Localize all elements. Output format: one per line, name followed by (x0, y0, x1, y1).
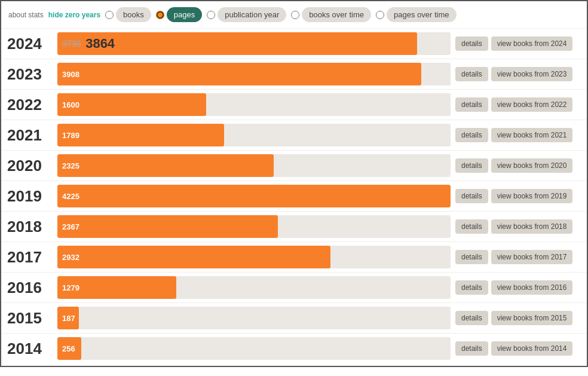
bar-value-2021: 1789 (62, 131, 79, 140)
year-label-2023: 2023 (7, 65, 53, 84)
view-books-button-2018[interactable]: view books from 2018 (491, 219, 573, 234)
year-label-2024: 2024 (7, 35, 53, 53)
pages-radio-group[interactable]: pages (156, 7, 202, 22)
bar-area-2017: 2932 (57, 246, 451, 268)
strikethrough-value: 3730 (62, 39, 81, 48)
details-button-2014[interactable]: details (455, 341, 488, 356)
action-btns-2024: detailsview books from 2024 (455, 36, 581, 51)
pub-year-radio-group[interactable]: publication year (207, 7, 286, 22)
bar-area-2021: 1789 (57, 124, 451, 146)
action-btns-2023: detailsview books from 2023 (455, 67, 581, 81)
details-button-2016[interactable]: details (455, 280, 488, 295)
about-stats-link[interactable]: about stats (8, 11, 44, 19)
bar-value-2016: 1279 (62, 283, 79, 292)
year-row: 20221600detailsview books from 2022 (1, 90, 587, 120)
action-btns-2020: detailsview books from 2020 (455, 158, 581, 173)
bar-value-2022: 1600 (62, 100, 79, 109)
books-radio-group[interactable]: books (105, 7, 151, 22)
details-button-2022[interactable]: details (455, 97, 488, 112)
bar-area-2015: 187 (57, 307, 451, 329)
bar-value-2019: 4225 (62, 192, 79, 201)
bar-area-2022: 1600 (57, 93, 451, 116)
details-button-2021[interactable]: details (455, 128, 488, 142)
details-button-2017[interactable]: details (455, 250, 488, 264)
details-button-2018[interactable]: details (455, 219, 488, 234)
action-btns-2016: detailsview books from 2016 (455, 280, 581, 295)
view-books-button-2017[interactable]: view books from 2017 (491, 250, 573, 264)
year-label-2020: 2020 (7, 157, 53, 175)
year-row: 2015187detailsview books from 2015 (1, 303, 587, 334)
view-books-button-2021[interactable]: view books from 2021 (491, 128, 573, 142)
header: about stats hide zero years books pages … (1, 1, 587, 29)
year-2024-overlay: 37303864 (57, 32, 120, 55)
year-label-2021: 2021 (7, 126, 53, 145)
year-row: 20182367detailsview books from 2018 (1, 212, 587, 242)
year-row: 202437303864detailsview books from 2024 (1, 29, 587, 59)
year-label-2016: 2016 (7, 279, 53, 297)
action-btns-2018: detailsview books from 2018 (455, 219, 581, 234)
bar-area-2019: 4225 (57, 185, 451, 207)
bar-value-2020: 2325 (62, 161, 79, 170)
pages-over-time-tab[interactable]: pages over time (387, 7, 457, 22)
year-label-2019: 2019 (7, 187, 53, 206)
books-radio[interactable] (105, 11, 114, 19)
view-books-button-2016[interactable]: view books from 2016 (491, 280, 573, 295)
bar-area-2023: 3908 (57, 63, 451, 85)
books-tab[interactable]: books (116, 7, 151, 22)
pages-tab[interactable]: pages (167, 7, 202, 22)
main-value: 3864 (85, 36, 115, 51)
publication-year-tab[interactable]: publication year (218, 7, 286, 22)
pages-over-time-radio-group[interactable]: pages over time (376, 7, 457, 22)
year-row: 20172932detailsview books from 2017 (1, 242, 587, 273)
pages-over-time-radio[interactable] (376, 11, 384, 19)
bar-value-2015: 187 (62, 314, 75, 323)
bar-value-2023: 3908 (62, 70, 79, 79)
details-button-2015[interactable]: details (455, 311, 488, 325)
action-btns-2021: detailsview books from 2021 (455, 128, 581, 142)
pages-radio[interactable] (156, 11, 164, 19)
books-over-time-radio-group[interactable]: books over time (291, 7, 371, 22)
rows-container: 202437303864detailsview books from 20242… (1, 29, 587, 366)
bar-area-2020: 2325 (57, 154, 451, 177)
year-row: 20211789detailsview books from 2021 (1, 120, 587, 151)
books-over-time-radio[interactable] (291, 11, 299, 19)
action-btns-2022: detailsview books from 2022 (455, 97, 581, 112)
bar-area-2016: 1279 (57, 276, 451, 299)
details-button-2020[interactable]: details (455, 158, 488, 173)
year-label-2014: 2014 (7, 340, 53, 358)
year-label-2022: 2022 (7, 96, 53, 114)
view-books-button-2022[interactable]: view books from 2022 (491, 97, 573, 112)
bar-area-2024: 37303864 (57, 32, 451, 55)
year-label-2018: 2018 (7, 218, 53, 236)
bar-area-2014: 256 (57, 337, 451, 360)
year-row: 20194225detailsview books from 2019 (1, 181, 587, 212)
details-button-2023[interactable]: details (455, 67, 488, 81)
details-button-2024[interactable]: details (455, 36, 488, 51)
view-books-button-2014[interactable]: view books from 2014 (491, 341, 573, 356)
main-container: about stats hide zero years books pages … (0, 0, 588, 367)
year-label-2017: 2017 (7, 248, 53, 267)
year-row: 20202325detailsview books from 2020 (1, 151, 587, 181)
year-label-2015: 2015 (7, 309, 53, 328)
view-books-button-2020[interactable]: view books from 2020 (491, 158, 573, 173)
action-btns-2017: detailsview books from 2017 (455, 250, 581, 264)
hide-zero-years-link[interactable]: hide zero years (48, 11, 100, 19)
bar-value-2014: 256 (62, 344, 75, 353)
year-row: 2014256detailsview books from 2014 (1, 334, 587, 363)
view-books-button-2024[interactable]: view books from 2024 (491, 36, 573, 51)
action-btns-2015: detailsview books from 2015 (455, 311, 581, 325)
bar-value-2017: 2932 (62, 253, 79, 262)
details-button-2019[interactable]: details (455, 189, 488, 203)
action-btns-2019: detailsview books from 2019 (455, 189, 581, 203)
books-over-time-tab[interactable]: books over time (302, 7, 371, 22)
view-books-button-2023[interactable]: view books from 2023 (491, 67, 573, 81)
action-btns-2014: detailsview books from 2014 (455, 341, 581, 356)
year-row: 20233908detailsview books from 2023 (1, 59, 587, 90)
view-books-button-2015[interactable]: view books from 2015 (491, 311, 573, 325)
view-books-button-2019[interactable]: view books from 2019 (491, 189, 573, 203)
publication-year-radio[interactable] (207, 11, 215, 19)
bar-value-2018: 2367 (62, 222, 79, 231)
year-row: 20161279detailsview books from 2016 (1, 273, 587, 303)
bar-area-2018: 2367 (57, 215, 451, 238)
